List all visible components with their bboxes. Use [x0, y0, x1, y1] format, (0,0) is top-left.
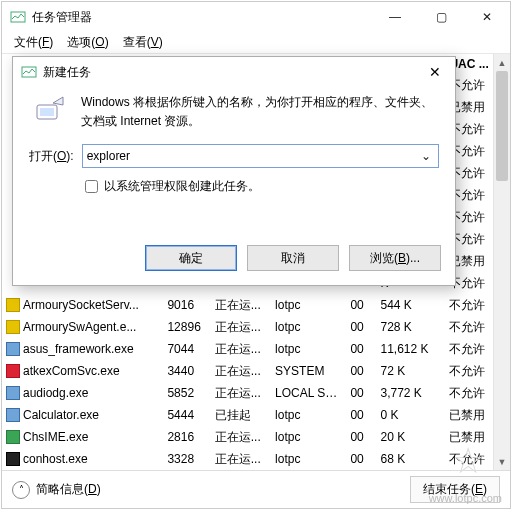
- vertical-scrollbar[interactable]: ▲ ▼: [493, 54, 510, 470]
- new-task-dialog: 新建任务 ✕ Windows 将根据你所键入的名称，为你打开相应的程序、文件夹、…: [12, 56, 456, 286]
- menu-file[interactable]: 文件(F): [8, 32, 59, 53]
- svg-rect-3: [40, 108, 54, 116]
- table-row[interactable]: Calculator.exe5444已挂起lotpc000 K已禁用: [2, 404, 510, 426]
- scroll-down-icon[interactable]: ▼: [494, 453, 510, 470]
- statusbar: ˄ 简略信息(D) 结束任务(E): [2, 470, 510, 508]
- svg-rect-1: [22, 67, 36, 77]
- browse-button[interactable]: 浏览(B)...: [349, 245, 441, 271]
- process-icon: [6, 408, 20, 422]
- table-row[interactable]: asus_framework.exe7044正在运...lotpc0011,61…: [2, 338, 510, 360]
- table-row[interactable]: atkexComSvc.exe3440正在运...SYSTEM0072 K不允许: [2, 360, 510, 382]
- close-button[interactable]: ✕: [464, 2, 510, 32]
- open-combobox[interactable]: ⌄: [82, 144, 439, 168]
- process-icon: [6, 386, 20, 400]
- process-icon: [6, 342, 20, 356]
- end-task-button[interactable]: 结束任务(E): [410, 476, 500, 503]
- scroll-thumb[interactable]: [496, 71, 508, 181]
- fewer-details-link[interactable]: 简略信息(D): [36, 481, 101, 498]
- minimize-button[interactable]: —: [372, 2, 418, 32]
- dialog-titlebar[interactable]: 新建任务 ✕: [13, 57, 455, 87]
- cancel-button[interactable]: 取消: [247, 245, 339, 271]
- table-row[interactable]: ArmourySwAgent.e...12896正在运...lotpc00728…: [2, 316, 510, 338]
- process-icon: [6, 452, 20, 466]
- dialog-close-button[interactable]: ✕: [415, 57, 455, 87]
- run-icon: [35, 93, 69, 123]
- titlebar[interactable]: 任务管理器 — ▢ ✕: [2, 2, 510, 32]
- maximize-button[interactable]: ▢: [418, 2, 464, 32]
- scroll-up-icon[interactable]: ▲: [494, 54, 510, 71]
- ok-button[interactable]: 确定: [145, 245, 237, 271]
- menu-options[interactable]: 选项(O): [61, 32, 114, 53]
- menu-view[interactable]: 查看(V): [117, 32, 169, 53]
- open-label: 打开(O):: [29, 148, 74, 165]
- process-icon: [6, 364, 20, 378]
- menubar: 文件(F) 选项(O) 查看(V): [2, 32, 510, 54]
- process-icon: [6, 298, 20, 312]
- chevron-up-icon[interactable]: ˄: [12, 481, 30, 499]
- chevron-down-icon[interactable]: ⌄: [418, 149, 434, 163]
- admin-checkbox[interactable]: [85, 180, 98, 193]
- open-input[interactable]: [87, 146, 418, 166]
- table-row[interactable]: ChsIME.exe2816正在运...lotpc0020 K已禁用: [2, 426, 510, 448]
- dialog-title: 新建任务: [43, 64, 415, 81]
- dialog-description: Windows 将根据你所键入的名称，为你打开相应的程序、文件夹、文档或 Int…: [81, 93, 439, 130]
- process-icon: [6, 320, 20, 334]
- table-row[interactable]: ArmourySocketServ...9016正在运...lotpc00544…: [2, 294, 510, 316]
- window-title: 任务管理器: [32, 9, 372, 26]
- app-icon: [21, 64, 37, 80]
- admin-checkbox-label: 以系统管理权限创建此任务。: [104, 178, 260, 195]
- process-icon: [6, 430, 20, 444]
- table-row[interactable]: conhost.exe3328正在运...lotpc0068 K不允许: [2, 448, 510, 470]
- svg-rect-0: [11, 12, 25, 22]
- table-row[interactable]: audiodg.exe5852正在运...LOCAL SE...003,772 …: [2, 382, 510, 404]
- app-icon: [10, 9, 26, 25]
